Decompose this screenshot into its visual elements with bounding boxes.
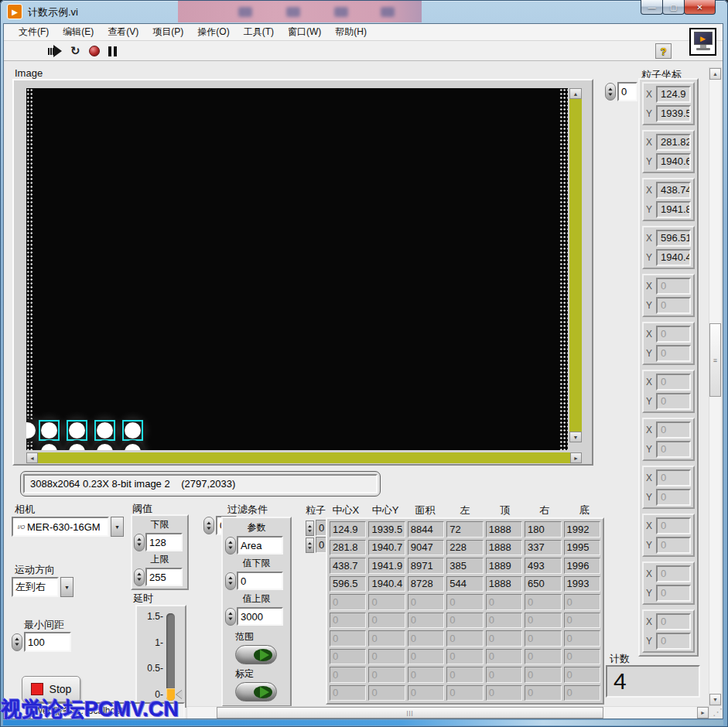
cell-top: 0 (486, 649, 522, 665)
table-row: 438.7 1941.9 8971 385 1889 493 1996 (330, 558, 600, 574)
spin-down-icon[interactable]: ▼ (227, 616, 234, 622)
run-continuously-button[interactable]: ↻ (70, 45, 80, 57)
x-coordinate-value: 0 (656, 422, 691, 439)
filter-lower-spinner[interactable]: ▲ ▼ (225, 572, 236, 590)
table-row: 0 0 0 0 0 0 0 (330, 685, 600, 701)
spin-down-icon[interactable]: ▼ (136, 577, 143, 582)
direction-dropdown-icon[interactable]: ▼ (60, 577, 73, 597)
spin-up-icon[interactable]: ▲ (14, 637, 21, 642)
filter-range-label: 范围 (235, 630, 290, 643)
menu-item[interactable]: 文件(F) (12, 24, 56, 40)
min-gap-value[interactable]: 100 (24, 632, 71, 652)
delay-slider-track[interactable] (166, 613, 175, 701)
scroll-up-icon[interactable]: ▲ (709, 68, 721, 80)
scroll-down-icon[interactable]: ▼ (709, 694, 721, 705)
context-help-button[interactable]: ? (655, 43, 672, 59)
y-coordinate-value: 0 (656, 489, 691, 506)
coordinate-pair: X 124.9 Y 1939.5 (642, 82, 695, 125)
table-index-spinner[interactable]: ▲▼ (306, 521, 314, 536)
image-scroll-down-icon[interactable]: ▼ (569, 432, 582, 442)
x-axis-label: X (646, 616, 654, 627)
min-gap-control[interactable]: ▲ ▼ 100 (12, 632, 71, 652)
cell-center-y: 1941.9 (368, 558, 405, 574)
cell-center-x: 0 (330, 649, 366, 665)
camera-selector[interactable]: I/O MER-630-16GM ▼ (12, 517, 124, 537)
cell-area: 8844 (408, 521, 444, 538)
spin-up-icon[interactable]: ▲ (227, 540, 234, 545)
abort-button[interactable] (89, 46, 100, 56)
spin-down-icon[interactable]: ▼ (206, 526, 213, 531)
scroll-right-icon[interactable]: ► (697, 707, 709, 718)
spin-down-icon[interactable]: ▼ (607, 92, 614, 97)
image-horizontal-scrollbar[interactable] (26, 452, 582, 463)
spin-down-icon[interactable]: ▼ (136, 542, 143, 548)
horizontal-scroll-thumb[interactable]: ||| (217, 707, 603, 718)
filter-upper-value[interactable]: 3000 (237, 607, 283, 626)
spin-up-icon[interactable]: ▲ (136, 537, 143, 542)
y-coordinate-value: 0 (656, 537, 691, 554)
delay-slider[interactable]: 1.5- 1- 0.5- 0- (135, 605, 186, 708)
menu-item[interactable]: 窗口(W) (281, 24, 328, 40)
menu-item[interactable]: 工具(T) (237, 24, 281, 40)
filter-lower-control[interactable]: ▲ ▼ 0 (225, 572, 290, 590)
filter-param-value[interactable]: Area (237, 536, 283, 555)
spin-up-icon[interactable]: ▲ (206, 521, 213, 526)
camera-dropdown-icon[interactable]: ▼ (111, 517, 124, 537)
run-button[interactable] (48, 45, 62, 57)
filter-upper-control[interactable]: ▲ ▼ 3000 (225, 607, 290, 626)
delay-label: 延时 (133, 592, 153, 606)
threshold-upper-spinner[interactable]: ▲ ▼ (134, 568, 145, 586)
menu-item[interactable]: 编辑(E) (56, 24, 101, 40)
table-index-spinner[interactable]: ▲▼ (306, 538, 314, 553)
spin-up-icon[interactable]: ▲ (227, 575, 234, 581)
filter-param-spinner[interactable]: ▲ ▼ (225, 537, 236, 555)
titlebar[interactable]: ▶ 计数示例.vi — ▢ ✕ (0, 0, 728, 23)
spin-down-icon[interactable]: ▼ (227, 581, 234, 586)
resize-grip-icon[interactable]: ⋰ (713, 706, 723, 718)
particles-index-spinner[interactable]: ▲ ▼ (605, 83, 616, 101)
window-body: 文件(F)编辑(E)查看(V)项目(P)操作(O)工具(T)窗口(W)帮助(H)… (3, 23, 723, 719)
x-coordinate-value: 0 (656, 565, 691, 582)
particles-index-control[interactable]: ▲ ▼ 0 (605, 82, 637, 101)
menu-item[interactable]: 项目(P) (145, 24, 190, 40)
filter-param-control[interactable]: ▲ ▼ Area (225, 536, 290, 555)
calibration-toggle[interactable] (235, 682, 277, 701)
vertical-scroll-thumb[interactable]: ≡ (709, 323, 721, 397)
particle-index-spinner[interactable]: ▲ ▼ (203, 517, 214, 534)
image-scroll-up-icon[interactable]: ▲ (569, 88, 582, 99)
particle-marker (39, 420, 60, 441)
spin-up-icon[interactable]: ▲ (136, 572, 143, 577)
threshold-upper-control[interactable]: ▲ ▼ 255 (134, 568, 187, 586)
threshold-upper-value[interactable]: 255 (145, 568, 183, 586)
y-axis-label: Y (646, 204, 654, 215)
particles-index-value[interactable]: 0 (617, 82, 637, 101)
filter-upper-spinner[interactable]: ▲ ▼ (225, 608, 236, 626)
particle-led (26, 422, 36, 439)
pause-button[interactable] (108, 46, 117, 56)
minimize-button[interactable]: — (641, 0, 663, 15)
menu-item[interactable]: 查看(V) (101, 24, 145, 40)
threshold-lower-value[interactable]: 128 (145, 533, 183, 551)
menu-item[interactable]: 帮助(H) (328, 24, 374, 40)
direction-selector[interactable]: 左到右 ▼ (12, 577, 73, 597)
panel-horizontal-scrollbar[interactable]: ||| ► (186, 706, 709, 718)
spin-up-icon[interactable]: ▲ (607, 87, 614, 92)
filter-lower-value[interactable]: 0 (237, 572, 283, 590)
maximize-button[interactable]: ▢ (662, 0, 685, 15)
threshold-lower-control[interactable]: ▲ ▼ 128 (134, 533, 187, 551)
image-vertical-scrollbar[interactable] (569, 88, 582, 442)
threshold-lower-spinner[interactable]: ▲ ▼ (134, 534, 145, 551)
image-display[interactable]: ▲ ▼ ◄ ► (12, 79, 593, 466)
cell-center-x: 0 (330, 630, 366, 647)
min-gap-spinner[interactable]: ▲ ▼ (12, 633, 22, 651)
panel-vertical-scrollbar[interactable]: ▲ ≡ ▼ (709, 67, 722, 706)
range-toggle[interactable] (235, 645, 277, 664)
spin-down-icon[interactable]: ▼ (227, 545, 234, 551)
cell-center-x: 596.5 (330, 576, 366, 592)
menu-item[interactable]: 操作(O) (190, 24, 236, 40)
image-scroll-right-icon[interactable]: ► (570, 452, 582, 463)
close-button[interactable]: ✕ (684, 0, 716, 15)
spin-down-icon[interactable]: ▼ (14, 642, 21, 647)
image-scroll-left-icon[interactable]: ◄ (26, 452, 38, 463)
spin-up-icon[interactable]: ▲ (227, 611, 234, 616)
